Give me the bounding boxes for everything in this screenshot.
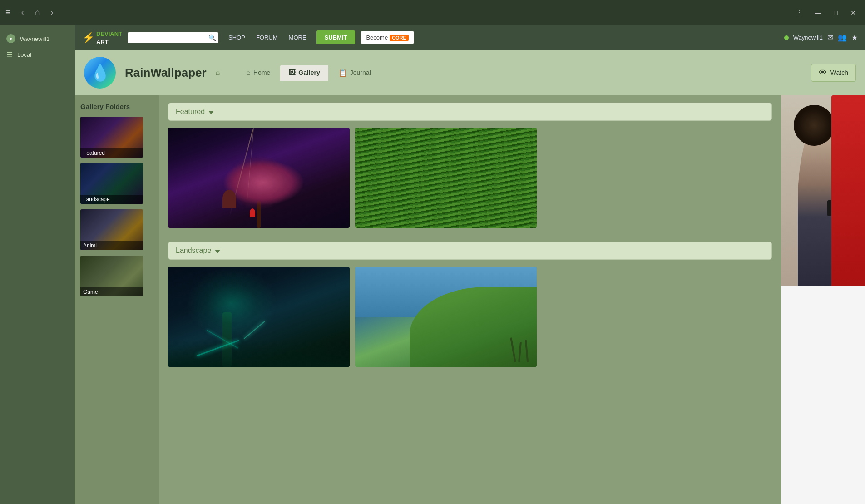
bookmark-icon[interactable]: ★: [851, 33, 858, 42]
folder-animi[interactable]: Animi: [80, 209, 153, 250]
user-area: Waynewill1 ✉ 👥 ★: [784, 33, 858, 42]
sidebar-user-label: Waynewill1: [20, 35, 49, 42]
core-badge: CORE: [390, 35, 409, 41]
search-icon: 🔍: [208, 34, 216, 41]
search-bar[interactable]: 🔍: [128, 32, 218, 43]
tab-gallery[interactable]: 🖼 Gallery: [280, 65, 328, 81]
user-avatar: ●: [6, 34, 15, 43]
profile-tabs: ⌂ Home 🖼 Gallery 📋 Journal: [238, 65, 379, 81]
ad-image: [781, 95, 865, 286]
tab-journal[interactable]: 📋 Journal: [330, 65, 379, 81]
folder-thumb-animi: Animi: [80, 209, 143, 250]
group-icon[interactable]: 👥: [838, 33, 847, 42]
sidebar-item-user[interactable]: ● Waynewill1: [0, 30, 75, 47]
landscape-arrow-icon: [215, 250, 220, 253]
logo[interactable]: ⚡ DEVIANT ART: [82, 30, 122, 46]
folder-game[interactable]: Game: [80, 256, 153, 296]
gallery-sidebar: Gallery Folders Featured Landscape: [75, 95, 159, 504]
mail-icon[interactable]: ✉: [827, 33, 833, 42]
gallery-image-cherry-tree[interactable]: [168, 128, 350, 228]
folder-label-featured: Featured: [80, 148, 143, 158]
maximize-button[interactable]: □: [830, 8, 841, 17]
gallery-image-grass[interactable]: [355, 128, 537, 228]
logo-text: DEVIANT ART: [96, 30, 122, 46]
watch-button[interactable]: 👁 Watch: [811, 64, 856, 82]
local-icon: ☰: [6, 50, 13, 59]
logo-deviant: DEVIANT: [96, 30, 122, 37]
landscape-gallery-grid: [168, 267, 772, 367]
menu-icon[interactable]: ≡: [5, 8, 10, 17]
nav-links: SHOP FORUM MORE: [224, 31, 311, 44]
folder-featured[interactable]: Featured: [80, 117, 153, 158]
top-navigation: ⚡ DEVIANT ART 🔍 SHOP FORUM MORE SUBMIT B…: [75, 25, 865, 50]
main-area: ⚡ DEVIANT ART 🔍 SHOP FORUM MORE SUBMIT B…: [75, 25, 865, 504]
forum-link[interactable]: FORUM: [252, 31, 282, 44]
home-button[interactable]: ⌂: [31, 6, 44, 19]
online-indicator: [784, 35, 789, 40]
logo-icon: ⚡: [82, 32, 94, 44]
journal-tab-label: Journal: [350, 69, 371, 76]
more-options-button[interactable]: ⋮: [792, 8, 806, 17]
ad-sidebar: ▷: [781, 95, 865, 504]
ad-content[interactable]: [781, 95, 865, 286]
become-core-button[interactable]: Become CORE: [361, 31, 414, 44]
titlebar: ≡ ‹ ⌂ › ⋮ — □ ✕: [0, 0, 865, 25]
folder-label-game: Game: [80, 287, 143, 296]
gallery-tab-label: Gallery: [298, 69, 320, 76]
folder-label-landscape: Landscape: [80, 195, 143, 204]
gallery-tab-icon: 🖼: [288, 69, 296, 77]
window-nav: ‹ ⌂ ›: [18, 6, 57, 19]
tab-home[interactable]: ⌂ Home: [238, 65, 278, 81]
sidebar-item-local[interactable]: ☰ Local: [0, 47, 75, 63]
journal-tab-icon: 📋: [338, 69, 347, 77]
close-button[interactable]: ✕: [847, 8, 860, 17]
landscape-section-title: Landscape: [176, 247, 211, 255]
submit-button[interactable]: SUBMIT: [316, 30, 356, 44]
gallery-main: Featured: [159, 95, 781, 504]
home-tab-icon: ⌂: [246, 69, 251, 77]
folder-label-animi: Animi: [80, 241, 143, 250]
featured-arrow-icon: [208, 111, 214, 114]
folder-landscape[interactable]: Landscape: [80, 163, 153, 204]
shop-link[interactable]: SHOP: [224, 31, 250, 44]
watch-icon: 👁: [819, 68, 827, 78]
gallery-folders-title: Gallery Folders: [80, 103, 153, 110]
home-tab-label: Home: [253, 69, 270, 76]
folder-thumb-landscape: Landscape: [80, 163, 143, 204]
profile-logo: 💧: [84, 57, 116, 89]
search-input[interactable]: [132, 34, 205, 41]
profile-home-icon: ⌂: [216, 69, 220, 77]
forward-button[interactable]: ›: [47, 6, 57, 19]
window-controls: ⋮ — □ ✕: [792, 8, 860, 17]
folder-thumb-game: Game: [80, 256, 143, 296]
sidebar-local-label: Local: [17, 51, 31, 58]
landscape-section-header: Landscape: [168, 242, 772, 260]
featured-gallery-grid: [168, 128, 772, 228]
back-button[interactable]: ‹: [18, 6, 28, 19]
folder-thumb-featured: Featured: [80, 117, 143, 158]
more-link[interactable]: MORE: [284, 31, 311, 44]
profile-header: 💧 RainWallpaper ⌂ ⌂ Home 🖼 Gallery 📋 Jou…: [75, 50, 865, 95]
featured-section-header: Featured: [168, 103, 772, 121]
gallery-image-beach[interactable]: [355, 267, 537, 367]
username-label: Waynewill1: [793, 34, 823, 41]
watch-label: Watch: [830, 69, 848, 76]
content-body: Gallery Folders Featured Landscape: [75, 95, 865, 504]
logo-art: ART: [96, 39, 109, 45]
minimize-button[interactable]: —: [811, 8, 825, 17]
gallery-image-glowing-tree[interactable]: [168, 267, 350, 367]
become-label: Become: [366, 34, 388, 41]
app-sidebar: ● Waynewill1 ☰ Local: [0, 25, 75, 504]
profile-name: RainWallpaper: [125, 66, 207, 80]
featured-section-title: Featured: [176, 108, 205, 116]
profile-logo-icon: 💧: [90, 63, 110, 82]
